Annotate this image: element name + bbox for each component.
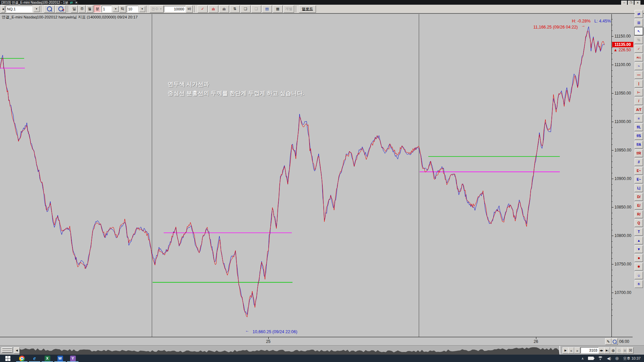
taskbar-word-button[interactable]: W [54,355,66,362]
cursor-arrow-icon[interactable]: ↖ [635,27,643,35]
period-day-button[interactable]: 일 [71,5,78,13]
internet-explorer-icon: e [33,355,36,362]
square-marker-icon[interactable]: ■ [635,254,643,262]
interval-input[interactable]: 1 [102,6,112,12]
close-strip-button[interactable]: ☒ [628,347,634,354]
upload-button[interactable]: 업로드 [299,5,316,13]
zoom-in-button[interactable]: ⊕ [610,347,616,354]
chart-window-tab[interactable]: [3010] 연결_E-mini Nasdaq100-202012 - 1분⇄✕ [0,0,80,5]
price-minor-tick [611,184,612,185]
taskbar-chrome-button[interactable] [15,355,28,362]
tray-chevron-icon[interactable]: ∧ [581,357,584,360]
taskbar-excel-button[interactable]: X [41,355,54,362]
price-minor-tick [611,133,612,133]
price-tick [611,122,613,122]
period-minute-button[interactable]: 분 [94,5,101,13]
bar-type-button[interactable]: 바 [186,5,193,13]
bar-width-icon[interactable]: ▥ [635,19,643,26]
price-tick [611,150,613,150]
clock-marker-icon[interactable]: ① [635,280,643,288]
fib-ratio-tool-icon[interactable]: f/R [635,149,643,157]
link-swap-icon[interactable]: ⇄ [70,1,73,4]
notification-icon[interactable]: ⊗ [615,356,619,361]
burst-marker-icon[interactable]: ✱ [635,263,643,270]
speaker-icon[interactable]: ◀) [607,356,611,361]
new-document-icon[interactable]: ❏ [240,5,251,13]
pan-swap-icon[interactable]: ⇄ [635,10,643,18]
erase-one-icon[interactable]: ✓ [635,45,643,53]
indicator-check-icon[interactable]: ✓ [198,5,208,13]
zoom-mode-button[interactable] [611,338,618,345]
erase-all-icon[interactable]: ALL [635,54,643,61]
pattern-d-tool-icon[interactable]: D/ [635,193,643,201]
search-recent-button[interactable] [55,5,66,13]
scroll-left-button[interactable]: ◂ [1,5,5,13]
visible-bars-input[interactable] [581,347,599,353]
period-week-button[interactable]: 주 [78,5,86,13]
scroll-right-button[interactable]: ▶ [562,347,569,354]
draw-mode-button[interactable]: ✎ [605,338,611,345]
print-icon[interactable]: ❏ [251,5,261,13]
expand-bars-button[interactable]: ◀▶ [598,347,604,354]
text-T-icon[interactable]: T [635,228,643,236]
search-back-icon [58,6,63,11]
bar-chart-gray-icon[interactable]: ılı [219,5,229,13]
text-note-tool-icon[interactable]: A/T [635,106,643,114]
price-minor-tick [611,298,612,299]
period-month-button[interactable]: 월 [86,5,93,13]
tick-button[interactable]: 틱 [119,5,126,13]
taskbar-app-button[interactable]: Y [66,355,79,362]
parallel-channel-tool-icon[interactable]: // [635,158,643,166]
fib-angle-tool-icon[interactable]: f/A [635,141,643,148]
fib-curve-tool-icon[interactable]: f/S [635,132,643,140]
tick-dropdown-arrow-icon[interactable]: ▼ [139,6,145,12]
smiley-marker-icon[interactable]: ☺ [635,272,643,279]
elliott-impulse-tool-icon[interactable]: E~ [635,176,643,183]
strip-resize-grip[interactable] [1,347,13,353]
price-minor-tick [611,87,612,88]
regression-tool-icon[interactable]: L| [635,184,643,192]
vertical-line-tool-icon[interactable]: | [635,80,643,87]
pattern-r-tool-icon[interactable]: R/ [635,210,643,218]
sort-arrows-icon[interactable]: ⇅ [230,5,240,13]
zigzag-tool-icon[interactable]: ~ [635,62,643,70]
symbol-input[interactable]: NQ.1 [6,6,33,12]
tab-close-icon[interactable]: ✕ [75,1,78,4]
page-right-button[interactable]: » [574,347,580,354]
pattern-e-tool-icon[interactable]: E/ [635,202,643,209]
price-chart[interactable] [0,14,611,337]
interval-dropdown-arrow-icon[interactable]: ▼ [113,6,119,12]
elliott-wave-tool-icon[interactable]: E~ [635,167,643,175]
trend-line-tool-icon[interactable]: / [635,97,643,105]
percent-compare-icon[interactable]: % [635,36,643,44]
report-icon[interactable]: ▤ [262,5,272,13]
fib-level-tool-icon[interactable]: f/L [635,123,643,131]
taskbar-ie-button[interactable]: e [28,355,41,362]
price-minor-tick [611,31,612,31]
grid-icon[interactable]: ▦ [273,5,283,13]
quote-info-icon[interactable]: Q [635,219,643,227]
overview-minimap[interactable] [19,346,559,355]
wifi-icon[interactable] [598,356,603,360]
go-to-end-button[interactable]: ▶| [604,347,610,354]
price-axis-label: 10900.00 [614,176,631,181]
horizontal-line-tool-icon[interactable]: — [635,71,643,79]
symbol-dropdown-arrow-icon[interactable]: ▼ [34,6,40,12]
search-button[interactable] [44,5,55,13]
price-minor-tick [611,173,612,173]
fib-lines-tool-icon[interactable]: ≡ [635,115,643,122]
bar-chart-red-icon[interactable]: ılı [208,5,218,13]
tick-value-input[interactable]: 10 [127,6,138,12]
separator [296,6,297,12]
battery-icon[interactable] [588,357,594,360]
scroll-left-button[interactable]: ◀ [14,347,20,354]
price-minor-tick [611,253,612,253]
minimap-position-cursor[interactable] [559,346,560,354]
bar-count-input[interactable] [164,6,185,12]
ray-line-tool-icon[interactable]: ⊢ [635,88,643,96]
system-tray: ∧ ◀) ⊗ 오후 10:37 [581,356,644,361]
page-left-button[interactable]: « [568,347,574,354]
arrow-up-marker-icon[interactable]: ▲ [635,237,643,244]
arrow-down-marker-icon[interactable]: ▼ [635,245,643,253]
start-button[interactable] [0,355,15,362]
